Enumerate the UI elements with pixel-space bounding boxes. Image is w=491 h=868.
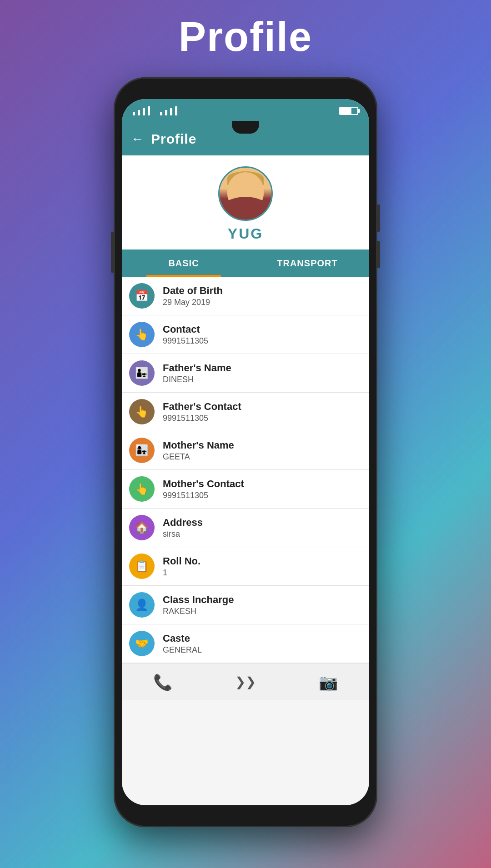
camera-nav-icon[interactable]: 📷	[319, 673, 338, 691]
info-text-contact: Contact 9991511305	[163, 324, 208, 346]
dob-icon: 📅	[135, 289, 149, 302]
home-nav-icon[interactable]: ❯❯	[235, 674, 256, 689]
info-label-dob: Date of Birth	[163, 285, 223, 297]
icon-rollNo: 📋	[129, 554, 155, 579]
info-text-classIncharge: Class Incharge RAKESH	[163, 594, 234, 616]
info-text-rollNo: Roll No. 1	[163, 555, 200, 578]
power-button	[111, 232, 114, 273]
info-row-classIncharge: 👤 Class Incharge RAKESH	[122, 586, 369, 624]
info-text-fatherContact: Father's Contact 9991511305	[163, 401, 241, 423]
address-icon: 🏠	[135, 521, 149, 534]
info-label-motherContact: Mother's Contact	[163, 478, 244, 490]
info-value-fatherContact: 9991511305	[163, 414, 241, 423]
info-value-motherContact: 9991511305	[163, 491, 244, 500]
phone-mockup: ← Profile YUG BASIC TRANSPORT	[114, 77, 377, 827]
info-row-fatherName: 👨‍👧 Father's Name DINESH	[122, 354, 369, 393]
icon-motherName: 👩‍👧	[129, 438, 155, 463]
page-title: Profile	[0, 14, 491, 60]
icon-motherContact: 👆	[129, 476, 155, 502]
profile-section: YUG	[122, 155, 369, 249]
signal-bar-7	[170, 108, 172, 115]
info-row-motherContact: 👆 Mother's Contact 9991511305	[122, 470, 369, 509]
battery-indicator	[339, 107, 358, 115]
volume-up-button	[377, 205, 380, 232]
bottom-nav: 📞 ❯❯ 📷	[122, 663, 369, 700]
info-value-classIncharge: RAKESH	[163, 607, 234, 616]
tab-transport[interactable]: TRANSPORT	[246, 249, 369, 277]
avatar-body	[223, 197, 268, 219]
caste-icon: 🤝	[135, 637, 149, 650]
info-label-motherName: Mother's Name	[163, 439, 234, 451]
back-button[interactable]: ←	[131, 132, 144, 146]
phone-body: ← Profile YUG BASIC TRANSPORT	[114, 77, 377, 827]
signal-bar-4	[148, 106, 150, 115]
motherContact-icon: 👆	[135, 483, 149, 495]
student-name: YUG	[228, 225, 263, 242]
info-text-fatherName: Father's Name DINESH	[163, 362, 231, 384]
signal-bar-6	[165, 110, 167, 115]
info-text-motherName: Mother's Name GEETA	[163, 439, 234, 462]
signal-bar-8	[175, 106, 177, 115]
rollNo-icon: 📋	[135, 560, 149, 573]
info-row-dob: 📅 Date of Birth 29 May 2019	[122, 277, 369, 315]
motherName-icon: 👩‍👧	[135, 444, 149, 457]
icon-caste: 🤝	[129, 631, 155, 656]
contact-icon: 👆	[135, 328, 149, 341]
info-list: 📅 Date of Birth 29 May 2019 👆 Contact 99…	[122, 277, 369, 663]
info-label-caste: Caste	[163, 633, 202, 644]
header-title: Profile	[151, 131, 196, 147]
avatar	[218, 166, 273, 221]
volume-down-button	[377, 241, 380, 268]
signal-bar-2	[138, 110, 140, 115]
fatherContact-icon: 👆	[135, 405, 149, 418]
icon-fatherName: 👨‍👧	[129, 360, 155, 386]
icon-fatherContact: 👆	[129, 399, 155, 424]
info-label-classIncharge: Class Incharge	[163, 594, 234, 606]
info-label-address: Address	[163, 517, 203, 529]
info-label-rollNo: Roll No.	[163, 555, 200, 567]
phone-nav-icon[interactable]: 📞	[153, 673, 172, 691]
phone-screen: ← Profile YUG BASIC TRANSPORT	[122, 99, 369, 805]
info-text-caste: Caste GENERAL	[163, 633, 202, 655]
info-text-address: Address sirsa	[163, 517, 203, 539]
icon-contact: 👆	[129, 322, 155, 347]
signal-bar-1	[133, 112, 135, 115]
classIncharge-icon: 👤	[135, 599, 149, 611]
info-row-caste: 🤝 Caste GENERAL	[122, 624, 369, 663]
info-text-motherContact: Mother's Contact 9991511305	[163, 478, 244, 500]
fatherName-icon: 👨‍👧	[135, 367, 149, 379]
icon-address: 🏠	[129, 515, 155, 540]
status-bar	[122, 99, 369, 123]
info-value-caste: GENERAL	[163, 645, 202, 655]
info-value-rollNo: 1	[163, 568, 200, 578]
info-value-contact: 9991511305	[163, 336, 208, 346]
signal-bar-5	[160, 112, 162, 115]
battery-fill	[340, 108, 351, 114]
signal-icons	[133, 106, 177, 115]
info-text-dob: Date of Birth 29 May 2019	[163, 285, 223, 307]
avatar-face	[220, 168, 271, 219]
info-value-fatherName: DINESH	[163, 375, 231, 384]
info-value-motherName: GEETA	[163, 452, 234, 462]
info-value-address: sirsa	[163, 529, 203, 539]
info-value-dob: 29 May 2019	[163, 298, 223, 307]
info-label-fatherName: Father's Name	[163, 362, 231, 374]
info-row-rollNo: 📋 Roll No. 1	[122, 547, 369, 586]
info-row-motherName: 👩‍👧 Mother's Name GEETA	[122, 431, 369, 470]
info-row-fatherContact: 👆 Father's Contact 9991511305	[122, 393, 369, 431]
tabs-row: BASIC TRANSPORT	[122, 249, 369, 277]
info-row-address: 🏠 Address sirsa	[122, 509, 369, 547]
notch	[232, 121, 259, 134]
tab-basic[interactable]: BASIC	[122, 249, 246, 277]
info-row-contact: 👆 Contact 9991511305	[122, 315, 369, 354]
signal-bar-3	[143, 108, 145, 115]
icon-classIncharge: 👤	[129, 592, 155, 618]
info-label-contact: Contact	[163, 324, 208, 335]
icon-dob: 📅	[129, 283, 155, 309]
info-label-fatherContact: Father's Contact	[163, 401, 241, 413]
